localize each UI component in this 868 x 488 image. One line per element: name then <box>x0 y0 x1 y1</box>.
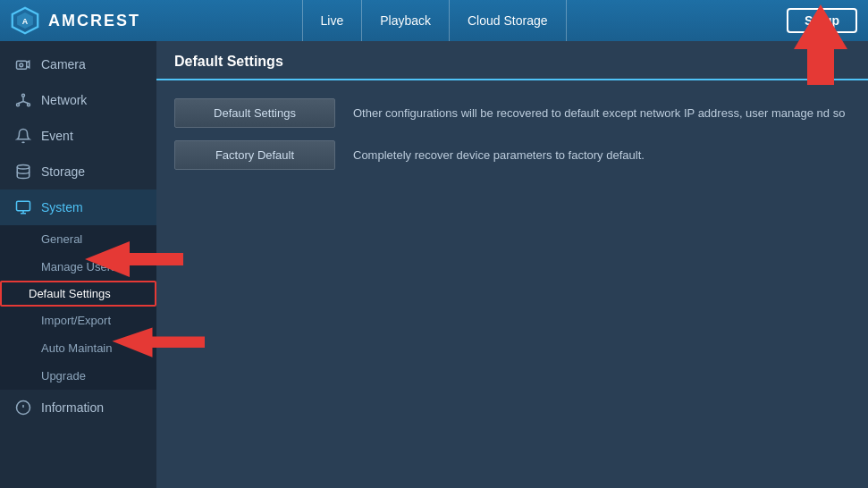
system-submenu: General Manage Users Default Settings Im… <box>0 225 156 390</box>
content-header: Default Settings <box>156 41 868 80</box>
event-icon <box>14 127 32 145</box>
svg-point-11 <box>17 165 29 170</box>
brand-area: A AMCREST <box>11 6 140 35</box>
sidebar-item-camera[interactable]: Camera <box>0 46 156 82</box>
default-settings-button[interactable]: Default Settings <box>174 98 335 128</box>
amcrest-logo-icon: A <box>11 6 39 35</box>
default-settings-row: Default Settings Other configurations wi… <box>174 98 850 128</box>
sidebar-item-information[interactable]: Information <box>0 390 156 425</box>
nav-cloud-storage[interactable]: Cloud Storage <box>450 0 567 41</box>
brand-name: AMCREST <box>48 12 140 30</box>
svg-point-7 <box>28 104 30 106</box>
sidebar-item-network[interactable]: Network <box>0 82 156 118</box>
setup-button[interactable]: Setup <box>787 8 857 33</box>
sidebar-label-information: Information <box>41 400 104 415</box>
sidebar-label-event: Event <box>41 129 73 143</box>
svg-point-5 <box>22 94 25 97</box>
sidebar-item-system[interactable]: System <box>0 189 156 225</box>
content-area: Default Settings Default Settings Other … <box>156 41 868 488</box>
svg-rect-12 <box>17 201 30 211</box>
content-body: Default Settings Other configurations wi… <box>156 80 868 200</box>
main-layout: Camera Network <box>0 41 868 488</box>
sidebar-label-system: System <box>41 200 83 215</box>
info-icon <box>14 399 32 416</box>
sidebar-label-storage: Storage <box>41 164 85 179</box>
nav-playback[interactable]: Playback <box>362 0 450 41</box>
sidebar-label-camera: Camera <box>41 57 86 72</box>
default-settings-description: Other configurations will be recovered t… <box>353 106 845 120</box>
camera-icon <box>14 55 32 73</box>
factory-default-row: Factory Default Completely recover devic… <box>174 140 850 170</box>
sidebar-subitem-default-settings[interactable]: Default Settings <box>0 281 156 307</box>
network-icon <box>14 91 32 109</box>
storage-icon <box>14 163 32 181</box>
sidebar: Camera Network <box>0 41 156 488</box>
svg-rect-3 <box>17 61 27 69</box>
nav-links: Live Playback Cloud Storage <box>301 0 566 41</box>
sidebar-item-event[interactable]: Event <box>0 118 156 154</box>
top-navigation: A AMCREST Live Playback Cloud Storage Se… <box>0 0 868 41</box>
svg-line-9 <box>18 102 23 104</box>
nav-live[interactable]: Live <box>301 0 362 41</box>
sidebar-subitem-import-export[interactable]: Import/Export <box>0 307 156 334</box>
sidebar-label-network: Network <box>41 93 87 107</box>
factory-default-description: Completely recover device parameters to … <box>353 148 645 162</box>
sidebar-subitem-general[interactable]: General <box>0 225 156 253</box>
sidebar-subitem-manage-users[interactable]: Manage Users <box>0 253 156 281</box>
svg-text:A: A <box>22 17 29 26</box>
sidebar-subitem-upgrade[interactable]: Upgrade <box>0 362 156 390</box>
svg-point-4 <box>20 63 23 67</box>
system-icon <box>14 198 32 216</box>
sidebar-subitem-auto-maintain[interactable]: Auto Maintain <box>0 334 156 362</box>
svg-point-6 <box>17 104 20 106</box>
sidebar-item-storage[interactable]: Storage <box>0 154 156 189</box>
factory-default-button[interactable]: Factory Default <box>174 140 335 170</box>
page-title: Default Settings <box>174 54 850 79</box>
svg-line-10 <box>23 102 29 104</box>
